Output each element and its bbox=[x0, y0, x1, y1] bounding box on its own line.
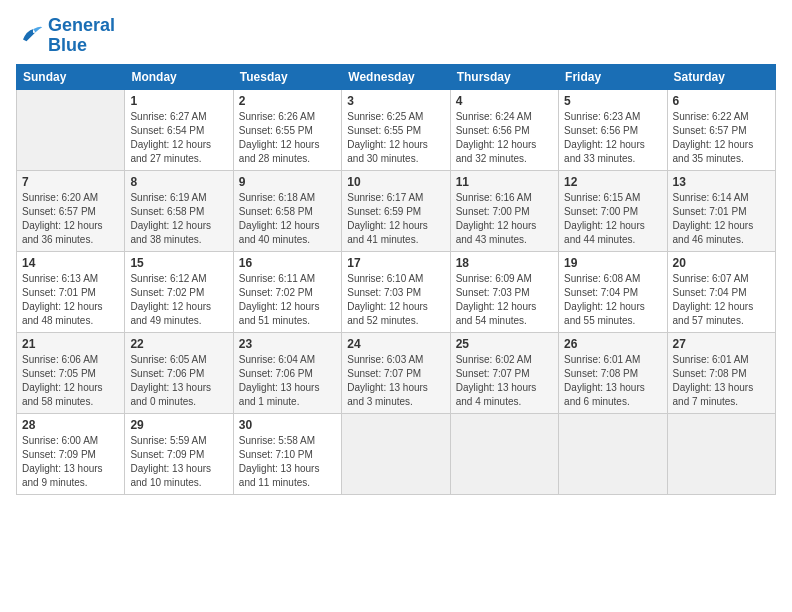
day-info: Sunrise: 6:10 AM Sunset: 7:03 PM Dayligh… bbox=[347, 272, 444, 328]
calendar-cell bbox=[342, 413, 450, 494]
calendar-cell bbox=[667, 413, 775, 494]
day-info: Sunrise: 6:09 AM Sunset: 7:03 PM Dayligh… bbox=[456, 272, 553, 328]
calendar-cell: 11Sunrise: 6:16 AM Sunset: 7:00 PM Dayli… bbox=[450, 170, 558, 251]
day-info: Sunrise: 6:02 AM Sunset: 7:07 PM Dayligh… bbox=[456, 353, 553, 409]
calendar-cell: 6Sunrise: 6:22 AM Sunset: 6:57 PM Daylig… bbox=[667, 89, 775, 170]
day-info: Sunrise: 6:22 AM Sunset: 6:57 PM Dayligh… bbox=[673, 110, 770, 166]
day-header-friday: Friday bbox=[559, 64, 667, 89]
calendar-cell: 24Sunrise: 6:03 AM Sunset: 7:07 PM Dayli… bbox=[342, 332, 450, 413]
day-info: Sunrise: 6:04 AM Sunset: 7:06 PM Dayligh… bbox=[239, 353, 336, 409]
calendar-cell: 29Sunrise: 5:59 AM Sunset: 7:09 PM Dayli… bbox=[125, 413, 233, 494]
calendar-week-4: 21Sunrise: 6:06 AM Sunset: 7:05 PM Dayli… bbox=[17, 332, 776, 413]
calendar-cell: 2Sunrise: 6:26 AM Sunset: 6:55 PM Daylig… bbox=[233, 89, 341, 170]
calendar-cell bbox=[17, 89, 125, 170]
day-number: 9 bbox=[239, 175, 336, 189]
day-number: 28 bbox=[22, 418, 119, 432]
day-info: Sunrise: 6:00 AM Sunset: 7:09 PM Dayligh… bbox=[22, 434, 119, 490]
day-info: Sunrise: 6:18 AM Sunset: 6:58 PM Dayligh… bbox=[239, 191, 336, 247]
day-info: Sunrise: 6:01 AM Sunset: 7:08 PM Dayligh… bbox=[673, 353, 770, 409]
calendar-cell: 4Sunrise: 6:24 AM Sunset: 6:56 PM Daylig… bbox=[450, 89, 558, 170]
day-number: 6 bbox=[673, 94, 770, 108]
day-info: Sunrise: 6:01 AM Sunset: 7:08 PM Dayligh… bbox=[564, 353, 661, 409]
day-number: 1 bbox=[130, 94, 227, 108]
calendar-cell: 28Sunrise: 6:00 AM Sunset: 7:09 PM Dayli… bbox=[17, 413, 125, 494]
day-number: 2 bbox=[239, 94, 336, 108]
calendar-week-1: 1Sunrise: 6:27 AM Sunset: 6:54 PM Daylig… bbox=[17, 89, 776, 170]
day-header-saturday: Saturday bbox=[667, 64, 775, 89]
day-info: Sunrise: 6:17 AM Sunset: 6:59 PM Dayligh… bbox=[347, 191, 444, 247]
calendar-cell: 1Sunrise: 6:27 AM Sunset: 6:54 PM Daylig… bbox=[125, 89, 233, 170]
day-number: 17 bbox=[347, 256, 444, 270]
calendar-cell: 8Sunrise: 6:19 AM Sunset: 6:58 PM Daylig… bbox=[125, 170, 233, 251]
day-info: Sunrise: 6:06 AM Sunset: 7:05 PM Dayligh… bbox=[22, 353, 119, 409]
day-number: 23 bbox=[239, 337, 336, 351]
day-info: Sunrise: 5:59 AM Sunset: 7:09 PM Dayligh… bbox=[130, 434, 227, 490]
calendar-cell: 13Sunrise: 6:14 AM Sunset: 7:01 PM Dayli… bbox=[667, 170, 775, 251]
day-info: Sunrise: 6:26 AM Sunset: 6:55 PM Dayligh… bbox=[239, 110, 336, 166]
calendar-week-5: 28Sunrise: 6:00 AM Sunset: 7:09 PM Dayli… bbox=[17, 413, 776, 494]
day-number: 19 bbox=[564, 256, 661, 270]
day-info: Sunrise: 6:08 AM Sunset: 7:04 PM Dayligh… bbox=[564, 272, 661, 328]
calendar-cell bbox=[559, 413, 667, 494]
day-info: Sunrise: 6:05 AM Sunset: 7:06 PM Dayligh… bbox=[130, 353, 227, 409]
calendar-cell: 17Sunrise: 6:10 AM Sunset: 7:03 PM Dayli… bbox=[342, 251, 450, 332]
calendar-cell: 27Sunrise: 6:01 AM Sunset: 7:08 PM Dayli… bbox=[667, 332, 775, 413]
day-number: 22 bbox=[130, 337, 227, 351]
logo: General Blue bbox=[16, 16, 115, 56]
day-number: 8 bbox=[130, 175, 227, 189]
calendar-cell: 26Sunrise: 6:01 AM Sunset: 7:08 PM Dayli… bbox=[559, 332, 667, 413]
day-number: 26 bbox=[564, 337, 661, 351]
calendar-cell: 3Sunrise: 6:25 AM Sunset: 6:55 PM Daylig… bbox=[342, 89, 450, 170]
calendar-cell: 14Sunrise: 6:13 AM Sunset: 7:01 PM Dayli… bbox=[17, 251, 125, 332]
day-info: Sunrise: 6:03 AM Sunset: 7:07 PM Dayligh… bbox=[347, 353, 444, 409]
calendar-header-row: SundayMondayTuesdayWednesdayThursdayFrid… bbox=[17, 64, 776, 89]
day-number: 25 bbox=[456, 337, 553, 351]
day-number: 20 bbox=[673, 256, 770, 270]
day-number: 4 bbox=[456, 94, 553, 108]
day-info: Sunrise: 6:27 AM Sunset: 6:54 PM Dayligh… bbox=[130, 110, 227, 166]
day-info: Sunrise: 6:15 AM Sunset: 7:00 PM Dayligh… bbox=[564, 191, 661, 247]
day-number: 21 bbox=[22, 337, 119, 351]
calendar-cell: 25Sunrise: 6:02 AM Sunset: 7:07 PM Dayli… bbox=[450, 332, 558, 413]
calendar-cell: 21Sunrise: 6:06 AM Sunset: 7:05 PM Dayli… bbox=[17, 332, 125, 413]
calendar-cell: 9Sunrise: 6:18 AM Sunset: 6:58 PM Daylig… bbox=[233, 170, 341, 251]
day-number: 7 bbox=[22, 175, 119, 189]
calendar-week-3: 14Sunrise: 6:13 AM Sunset: 7:01 PM Dayli… bbox=[17, 251, 776, 332]
day-info: Sunrise: 6:16 AM Sunset: 7:00 PM Dayligh… bbox=[456, 191, 553, 247]
day-number: 27 bbox=[673, 337, 770, 351]
calendar-cell: 23Sunrise: 6:04 AM Sunset: 7:06 PM Dayli… bbox=[233, 332, 341, 413]
day-number: 18 bbox=[456, 256, 553, 270]
day-number: 24 bbox=[347, 337, 444, 351]
day-header-tuesday: Tuesday bbox=[233, 64, 341, 89]
page-header: General Blue bbox=[16, 16, 776, 56]
day-number: 16 bbox=[239, 256, 336, 270]
day-header-monday: Monday bbox=[125, 64, 233, 89]
calendar-cell: 22Sunrise: 6:05 AM Sunset: 7:06 PM Dayli… bbox=[125, 332, 233, 413]
day-info: Sunrise: 6:20 AM Sunset: 6:57 PM Dayligh… bbox=[22, 191, 119, 247]
day-info: Sunrise: 6:11 AM Sunset: 7:02 PM Dayligh… bbox=[239, 272, 336, 328]
day-number: 14 bbox=[22, 256, 119, 270]
calendar-cell: 5Sunrise: 6:23 AM Sunset: 6:56 PM Daylig… bbox=[559, 89, 667, 170]
day-info: Sunrise: 6:12 AM Sunset: 7:02 PM Dayligh… bbox=[130, 272, 227, 328]
logo-text: General Blue bbox=[48, 16, 115, 56]
calendar-cell: 19Sunrise: 6:08 AM Sunset: 7:04 PM Dayli… bbox=[559, 251, 667, 332]
day-info: Sunrise: 6:19 AM Sunset: 6:58 PM Dayligh… bbox=[130, 191, 227, 247]
calendar-cell: 10Sunrise: 6:17 AM Sunset: 6:59 PM Dayli… bbox=[342, 170, 450, 251]
day-number: 11 bbox=[456, 175, 553, 189]
calendar-cell: 30Sunrise: 5:58 AM Sunset: 7:10 PM Dayli… bbox=[233, 413, 341, 494]
day-number: 13 bbox=[673, 175, 770, 189]
logo-bird-icon bbox=[16, 22, 44, 50]
calendar-week-2: 7Sunrise: 6:20 AM Sunset: 6:57 PM Daylig… bbox=[17, 170, 776, 251]
calendar-cell: 20Sunrise: 6:07 AM Sunset: 7:04 PM Dayli… bbox=[667, 251, 775, 332]
calendar-cell: 12Sunrise: 6:15 AM Sunset: 7:00 PM Dayli… bbox=[559, 170, 667, 251]
day-info: Sunrise: 6:14 AM Sunset: 7:01 PM Dayligh… bbox=[673, 191, 770, 247]
day-info: Sunrise: 6:23 AM Sunset: 6:56 PM Dayligh… bbox=[564, 110, 661, 166]
day-number: 29 bbox=[130, 418, 227, 432]
calendar-cell: 7Sunrise: 6:20 AM Sunset: 6:57 PM Daylig… bbox=[17, 170, 125, 251]
day-number: 15 bbox=[130, 256, 227, 270]
day-info: Sunrise: 6:25 AM Sunset: 6:55 PM Dayligh… bbox=[347, 110, 444, 166]
day-number: 3 bbox=[347, 94, 444, 108]
day-number: 5 bbox=[564, 94, 661, 108]
day-number: 10 bbox=[347, 175, 444, 189]
calendar-table: SundayMondayTuesdayWednesdayThursdayFrid… bbox=[16, 64, 776, 495]
